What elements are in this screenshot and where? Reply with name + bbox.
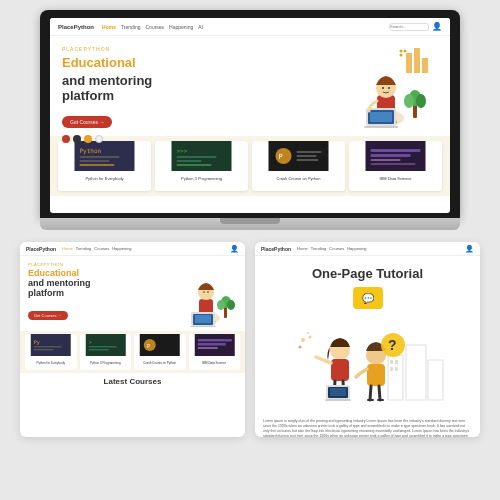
hero-section: PLACEPYTHON Educational and mentoringpla… <box>50 36 450 136</box>
site-nav: Home Trending Courses Happening AI <box>102 24 203 30</box>
panel-card-thumb-4 <box>189 334 241 356</box>
panel-right: PlacePython Home Trending Courses Happen… <box>255 242 480 437</box>
hero-cta-button[interactable]: Get Courses → <box>62 116 112 128</box>
svg-rect-53 <box>31 334 71 356</box>
svg-rect-48 <box>190 326 216 327</box>
panel-right-header: PlacePython Home Trending Courses Happen… <box>255 242 480 256</box>
course-name-4: IBM Data Science <box>349 175 442 183</box>
svg-point-44 <box>207 291 209 293</box>
svg-point-17 <box>416 94 426 108</box>
svg-rect-47 <box>195 315 211 323</box>
svg-point-3 <box>399 50 402 53</box>
search-input[interactable] <box>389 23 429 31</box>
panel-left-illustration <box>182 262 237 327</box>
svg-point-87 <box>298 346 301 349</box>
panel-left-courses: Py Python for Everybody > Python 3 Progr… <box>20 331 245 373</box>
svg-rect-34 <box>297 159 319 161</box>
panel-card-1[interactable]: Py Python for Everybody <box>25 334 77 370</box>
panel-card-3[interactable]: P Crash Course on Python <box>134 334 186 370</box>
svg-point-43 <box>203 291 205 293</box>
panel-card-name-1: Python for Everybody <box>25 360 77 366</box>
hero-colors <box>62 135 348 143</box>
panel-right-hero: One-Page Tutorial 💬 <box>255 256 480 321</box>
svg-rect-0 <box>406 53 412 73</box>
main-container: PlacePython Home Trending Courses Happen… <box>0 0 500 500</box>
panel-left: PlacePython Home Trending Courses Happen… <box>20 242 245 437</box>
laptop-screen-wrapper: PlacePython Home Trending Courses Happen… <box>40 10 460 218</box>
svg-point-10 <box>388 87 390 89</box>
svg-rect-55 <box>34 346 62 348</box>
course-thumb-1: Python <box>58 141 151 171</box>
panel-right-nav-happening[interactable]: Happening <box>347 246 366 251</box>
svg-point-88 <box>307 332 309 334</box>
svg-point-5 <box>399 54 402 57</box>
course-card-4[interactable]: IBM Data Science <box>349 141 442 191</box>
svg-rect-38 <box>371 159 401 161</box>
panel-card-4[interactable]: IBM Data Science <box>189 334 241 370</box>
svg-rect-2 <box>422 58 428 73</box>
hero-illustration <box>348 46 438 130</box>
panel-left-hero: PLACEPYTHON Educational and mentoringpla… <box>20 256 245 331</box>
site-header: PlacePython Home Trending Courses Happen… <box>50 18 450 36</box>
panel-left-header: PlacePython Home Trending Courses Happen… <box>20 242 245 256</box>
panel-left-nav-happening[interactable]: Happening <box>112 246 131 251</box>
svg-rect-73 <box>390 367 393 371</box>
panel-card-name-4: IBM Data Science <box>189 360 241 366</box>
svg-rect-82 <box>367 364 385 386</box>
svg-rect-28 <box>177 164 212 166</box>
panel-right-nav-trending[interactable]: Trending <box>311 246 327 251</box>
svg-rect-67 <box>197 347 217 349</box>
nav-happening[interactable]: Happening <box>169 24 193 30</box>
svg-rect-59 <box>88 346 116 348</box>
laptop-base <box>40 218 460 230</box>
panel-right-nav-home[interactable]: Home <box>297 246 308 251</box>
panel-right-user-icon[interactable]: 👤 <box>465 245 474 253</box>
svg-rect-39 <box>371 163 416 165</box>
hero-brand: PLACEPYTHON <box>62 46 348 52</box>
color-light <box>95 135 103 143</box>
courses-strip: Python Python for Everybody >>> <box>50 136 450 196</box>
panel-left-nav-trending[interactable]: Trending <box>76 246 92 251</box>
svg-point-18 <box>404 94 414 108</box>
hero-svg <box>351 43 436 133</box>
nav-courses[interactable]: Courses <box>145 24 164 30</box>
user-icon[interactable]: 👤 <box>432 22 442 31</box>
svg-rect-33 <box>297 155 317 157</box>
course-name-3: Crash Course on Python <box>252 175 345 183</box>
panel-card-2[interactable]: > Python 3 Programming <box>80 334 132 370</box>
bottom-panels: PlacePython Home Trending Courses Happen… <box>10 242 490 437</box>
panel-left-svg <box>182 262 237 327</box>
panel-left-nav-courses[interactable]: Courses <box>94 246 109 251</box>
svg-point-86 <box>308 336 311 339</box>
panel-latest: Latest Courses <box>20 373 245 392</box>
course-thumb-3: P <box>252 141 345 171</box>
panel-right-logo: PlacePython <box>261 246 291 252</box>
svg-point-52 <box>217 300 225 310</box>
panel-left-cta[interactable]: Get Courses → <box>28 311 68 320</box>
svg-rect-65 <box>197 339 231 342</box>
course-thumb-4 <box>349 141 442 171</box>
panel-left-nav-home[interactable]: Home <box>62 246 73 251</box>
laptop-screen: PlacePython Home Trending Courses Happen… <box>50 18 450 213</box>
panel-left-user-icon[interactable]: 👤 <box>230 245 239 253</box>
panel-right-nav-courses[interactable]: Courses <box>329 246 344 251</box>
svg-rect-1 <box>414 48 420 73</box>
svg-rect-70 <box>428 360 443 400</box>
nav-trending[interactable]: Trending <box>121 24 141 30</box>
course-thumb-2: >>> <box>155 141 248 171</box>
panel-card-thumb-1: Py <box>25 334 77 356</box>
svg-rect-80 <box>325 399 351 401</box>
course-card-3[interactable]: P Crash Course on Python <box>252 141 345 191</box>
course-card-2[interactable]: >>> Python 3 Programming <box>155 141 248 191</box>
nav-ai[interactable]: AI <box>198 24 203 30</box>
svg-rect-37 <box>371 154 411 157</box>
nav-search: 👤 <box>389 22 442 31</box>
panel-right-nav: Home Trending Courses Happening <box>297 246 367 251</box>
panel-card-thumb-2: > <box>80 334 132 356</box>
panel-right-illustration: ? <box>255 325 480 415</box>
svg-rect-74 <box>395 367 398 371</box>
course-card-1[interactable]: Python Python for Everybody <box>58 141 151 191</box>
svg-text:>: > <box>88 339 91 345</box>
svg-rect-27 <box>177 160 202 162</box>
nav-home[interactable]: Home <box>102 24 116 30</box>
